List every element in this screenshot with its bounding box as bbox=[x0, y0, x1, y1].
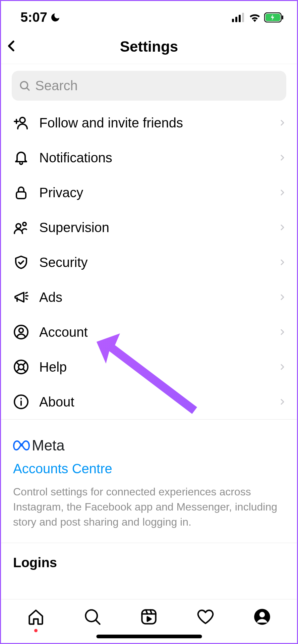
menu-item-follow-invite[interactable]: Follow and invite friends bbox=[1, 105, 297, 140]
logins-section: Logins bbox=[1, 543, 297, 582]
nav-home[interactable] bbox=[26, 607, 45, 626]
menu-item-ads[interactable]: Ads bbox=[1, 280, 297, 315]
svg-point-9 bbox=[20, 117, 25, 123]
signal-icon bbox=[232, 13, 245, 22]
meta-section: Meta Accounts Centre Control settings fo… bbox=[1, 420, 297, 543]
svg-point-13 bbox=[16, 224, 21, 228]
svg-point-14 bbox=[23, 222, 26, 226]
menu-item-supervision[interactable]: Supervision bbox=[1, 210, 297, 245]
add-person-icon bbox=[13, 115, 29, 131]
chevron-right-icon bbox=[278, 292, 286, 302]
svg-line-25 bbox=[16, 369, 19, 372]
svg-rect-6 bbox=[282, 15, 283, 19]
menu-label: Supervision bbox=[39, 220, 268, 235]
reels-icon bbox=[140, 608, 158, 626]
meta-logo-icon bbox=[13, 440, 30, 451]
meta-brand: Meta bbox=[13, 437, 285, 454]
nav-activity[interactable] bbox=[196, 607, 215, 626]
notification-dot-icon bbox=[34, 629, 38, 632]
svg-line-15 bbox=[26, 292, 27, 293]
menu-label: Account bbox=[39, 325, 268, 340]
menu-item-notifications[interactable]: Notifications bbox=[1, 140, 297, 175]
menu-item-security[interactable]: Security bbox=[1, 245, 297, 280]
menu-label: Help bbox=[39, 360, 268, 375]
menu-label: Privacy bbox=[39, 185, 268, 200]
chevron-right-icon bbox=[278, 153, 286, 163]
svg-line-17 bbox=[26, 299, 27, 299]
svg-line-23 bbox=[23, 369, 26, 372]
svg-rect-3 bbox=[242, 13, 244, 22]
chevron-right-icon bbox=[278, 362, 286, 372]
menu-label: Follow and invite friends bbox=[39, 115, 268, 130]
svg-point-37 bbox=[259, 612, 264, 617]
home-indicator[interactable] bbox=[96, 635, 202, 638]
status-right bbox=[232, 12, 284, 22]
svg-line-24 bbox=[23, 362, 26, 365]
svg-line-8 bbox=[27, 88, 29, 90]
svg-rect-1 bbox=[235, 17, 237, 22]
svg-rect-12 bbox=[16, 192, 26, 199]
status-time: 5:07 bbox=[20, 10, 47, 25]
nav-search[interactable] bbox=[83, 607, 102, 626]
info-circle-icon bbox=[13, 394, 29, 410]
nav-reels[interactable] bbox=[139, 607, 158, 626]
chevron-right-icon bbox=[278, 118, 286, 128]
search-icon bbox=[84, 608, 101, 626]
svg-line-30 bbox=[96, 620, 100, 624]
battery-charging-icon bbox=[264, 12, 284, 22]
chevron-right-icon bbox=[278, 397, 286, 407]
menu-label: Security bbox=[39, 255, 268, 270]
megaphone-icon bbox=[13, 289, 29, 305]
search-input[interactable] bbox=[35, 78, 279, 93]
meta-brand-text: Meta bbox=[32, 437, 65, 454]
profile-icon bbox=[253, 608, 271, 626]
bell-icon bbox=[13, 150, 29, 166]
chevron-right-icon bbox=[278, 222, 286, 232]
status-left: 5:07 bbox=[20, 10, 61, 25]
page-header: Settings bbox=[1, 31, 297, 64]
meta-description: Control settings for connected experienc… bbox=[13, 484, 285, 529]
status-bar: 5:07 bbox=[1, 1, 297, 31]
menu-item-privacy[interactable]: Privacy bbox=[1, 175, 297, 210]
moon-icon bbox=[50, 12, 61, 23]
svg-rect-2 bbox=[239, 15, 241, 22]
menu-item-account[interactable]: Account bbox=[1, 315, 297, 350]
shield-check-icon bbox=[13, 254, 29, 270]
accounts-centre-link[interactable]: Accounts Centre bbox=[13, 461, 285, 476]
back-button[interactable] bbox=[5, 38, 18, 56]
people-icon bbox=[13, 219, 29, 235]
search-wrap bbox=[1, 64, 297, 105]
home-icon bbox=[27, 608, 45, 626]
svg-line-22 bbox=[16, 362, 19, 365]
svg-point-19 bbox=[19, 328, 23, 333]
settings-menu: Follow and invite friends Notifications … bbox=[1, 105, 297, 419]
svg-rect-31 bbox=[142, 610, 156, 624]
menu-label: Notifications bbox=[39, 150, 268, 165]
chevron-right-icon bbox=[278, 327, 286, 337]
lock-icon bbox=[13, 184, 29, 201]
user-circle-icon bbox=[13, 324, 29, 340]
svg-marker-35 bbox=[147, 617, 151, 621]
search-box[interactable] bbox=[12, 71, 286, 101]
menu-item-help[interactable]: Help bbox=[1, 350, 297, 384]
search-icon bbox=[19, 80, 31, 92]
svg-rect-0 bbox=[232, 19, 234, 22]
lifebuoy-icon bbox=[13, 359, 29, 375]
nav-profile[interactable] bbox=[253, 607, 272, 626]
heart-icon bbox=[197, 608, 214, 626]
chevron-left-icon bbox=[5, 38, 18, 54]
chevron-right-icon bbox=[278, 257, 286, 267]
menu-label: About bbox=[39, 394, 268, 410]
logins-title: Logins bbox=[13, 555, 285, 570]
chevron-right-icon bbox=[278, 187, 286, 198]
menu-item-about[interactable]: About bbox=[1, 384, 297, 419]
wifi-icon bbox=[249, 13, 261, 22]
menu-label: Ads bbox=[39, 290, 268, 305]
page-title: Settings bbox=[8, 38, 290, 55]
